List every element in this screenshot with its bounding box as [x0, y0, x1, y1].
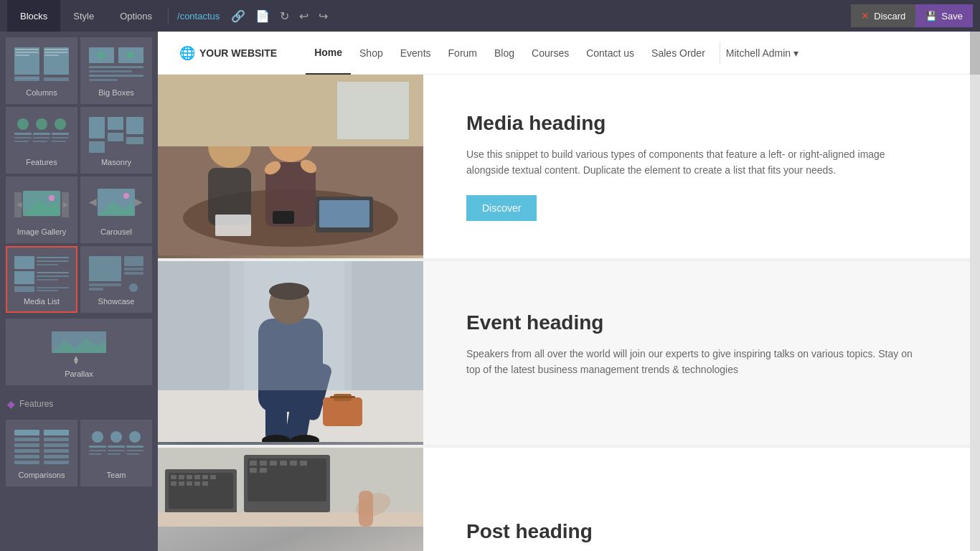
- svg-rect-139: [187, 481, 192, 486]
- block-comparisons[interactable]: Comparisons: [6, 420, 77, 486]
- redo-icon[interactable]: ↪: [319, 9, 328, 23]
- carousel-icon: ◀ ▶: [88, 185, 145, 225]
- svg-rect-92: [108, 453, 121, 455]
- svg-point-41: [49, 195, 55, 201]
- nav-blog[interactable]: Blog: [486, 32, 523, 75]
- svg-rect-5: [15, 49, 39, 50]
- svg-rect-94: [126, 446, 143, 448]
- nav-sales-order[interactable]: Sales Order: [643, 32, 714, 75]
- svg-rect-147: [280, 461, 287, 466]
- discard-label: Discard: [874, 11, 905, 22]
- svg-rect-23: [33, 133, 50, 135]
- block-columns[interactable]: Columns: [6, 37, 77, 104]
- svg-rect-31: [89, 117, 105, 138]
- svg-point-19: [17, 118, 29, 130]
- right-scrollbar[interactable]: [970, 32, 980, 551]
- block-features-label: Features: [26, 158, 57, 166]
- columns-icon: [13, 46, 70, 85]
- svg-text:▶: ▶: [135, 196, 143, 207]
- nav-events[interactable]: Events: [392, 32, 440, 75]
- media-heading-text: Use this snippet to build various types …: [466, 146, 927, 179]
- scrollbar-thumb[interactable]: [970, 32, 980, 75]
- svg-rect-30: [52, 141, 66, 142]
- svg-rect-87: [89, 450, 106, 451]
- block-carousel[interactable]: ◀ ▶ Carousel: [80, 176, 152, 243]
- save-button[interactable]: 💾 Save: [915, 4, 973, 27]
- svg-rect-28: [14, 141, 29, 142]
- svg-rect-131: [171, 475, 176, 479]
- svg-rect-36: [126, 137, 143, 144]
- toolbar-path[interactable]: /contactus: [171, 11, 225, 22]
- nav-courses[interactable]: Courses: [523, 32, 578, 75]
- nav-user[interactable]: Mitchell Admin ▾: [726, 47, 798, 59]
- svg-rect-29: [33, 141, 47, 142]
- discard-button[interactable]: ✕ Discard: [851, 4, 915, 27]
- block-comparisons-label: Comparisons: [19, 471, 65, 479]
- svg-rect-62: [89, 256, 121, 281]
- svg-rect-95: [126, 450, 143, 451]
- svg-rect-61: [37, 290, 58, 291]
- section-event-heading-content: Event heading Speakers from all over the…: [423, 261, 970, 445]
- page-icon[interactable]: 📄: [255, 9, 270, 23]
- block-image-gallery[interactable]: ◀ ▶ Image Gallery: [6, 176, 77, 243]
- site-nav: Home Shop Events Forum Blog Courses Cont…: [306, 32, 948, 75]
- features-section-label: Features: [19, 399, 53, 409]
- undo-icon[interactable]: ↩: [299, 9, 308, 23]
- svg-point-14: [127, 52, 134, 59]
- svg-rect-73: [14, 430, 39, 435]
- svg-rect-109: [215, 215, 251, 236]
- tab-options[interactable]: Options: [107, 0, 165, 32]
- svg-rect-96: [126, 453, 139, 455]
- svg-rect-88: [89, 453, 102, 455]
- svg-rect-75: [14, 438, 39, 441]
- svg-rect-8: [44, 52, 68, 53]
- svg-rect-66: [89, 283, 121, 286]
- svg-rect-57: [37, 276, 69, 277]
- svg-point-13: [98, 52, 105, 59]
- svg-rect-65: [124, 272, 143, 275]
- svg-rect-27: [52, 137, 69, 138]
- nav-contact-us[interactable]: Contact us: [578, 32, 643, 75]
- refresh-icon[interactable]: ↻: [280, 9, 289, 23]
- svg-rect-90: [108, 446, 125, 448]
- svg-point-89: [110, 431, 122, 443]
- tab-blocks[interactable]: Blocks: [7, 0, 60, 32]
- block-features[interactable]: Features: [6, 107, 77, 174]
- svg-rect-74: [44, 430, 69, 435]
- svg-rect-26: [33, 137, 50, 138]
- section-post-heading: Post heading: [158, 448, 970, 551]
- svg-rect-111: [337, 82, 409, 139]
- svg-text:◀: ◀: [17, 200, 22, 208]
- svg-rect-33: [126, 117, 143, 134]
- media-list-icon: [13, 255, 70, 294]
- nav-shop[interactable]: Shop: [351, 32, 392, 75]
- svg-text:◀: ◀: [89, 196, 97, 207]
- event-heading-text: Speakers from all over the world will jo…: [466, 346, 927, 378]
- block-media-list[interactable]: Media List: [6, 246, 77, 313]
- tab-style[interactable]: Style: [60, 0, 107, 32]
- features-section-title: ◆ Features: [0, 391, 158, 414]
- block-showcase[interactable]: Showcase: [80, 246, 152, 313]
- nav-home[interactable]: Home: [306, 32, 351, 75]
- svg-rect-3: [44, 47, 69, 75]
- svg-rect-58: [37, 279, 58, 281]
- svg-point-85: [92, 431, 103, 443]
- svg-rect-35: [89, 141, 105, 153]
- nav-forum[interactable]: Forum: [440, 32, 486, 75]
- svg-rect-77: [14, 443, 39, 447]
- discover-button[interactable]: Discover: [466, 195, 537, 221]
- svg-rect-10: [44, 55, 59, 56]
- block-parallax[interactable]: ▲ ▼ Parallax: [6, 319, 152, 385]
- block-team[interactable]: Team: [80, 420, 152, 486]
- svg-rect-54: [37, 264, 58, 265]
- block-masonry[interactable]: Masonry: [80, 107, 152, 174]
- svg-rect-152: [158, 512, 423, 527]
- globe-icon: 🌐: [179, 45, 195, 61]
- site-logo: 🌐 YOUR WEBSITE: [179, 45, 277, 61]
- svg-rect-24: [52, 133, 69, 135]
- link-icon[interactable]: 🔗: [231, 9, 245, 23]
- svg-rect-32: [108, 117, 123, 130]
- block-big-boxes[interactable]: Big Boxes: [80, 37, 152, 104]
- save-floppy-icon: 💾: [925, 11, 937, 22]
- section-media-heading-content: Media heading Use this snippet to build …: [423, 75, 970, 258]
